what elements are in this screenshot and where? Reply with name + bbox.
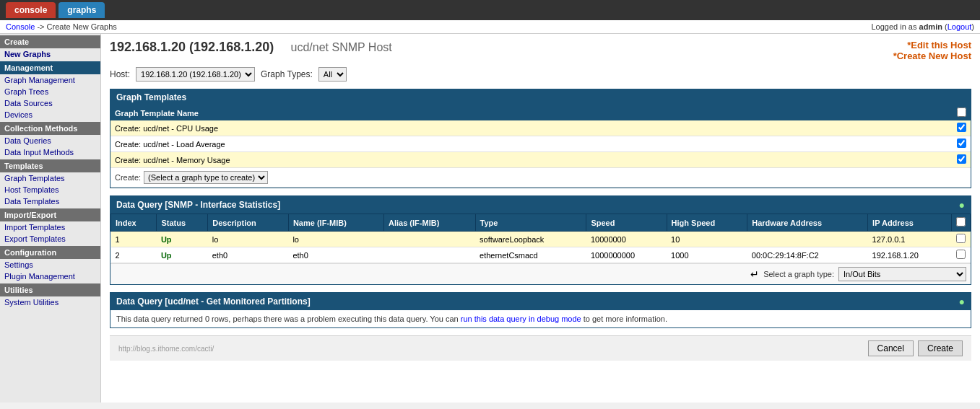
dq-row-1-checkbox[interactable] bbox=[956, 234, 966, 243]
logged-in-user: admin bbox=[919, 22, 942, 31]
status-url: http://blog.s.ithome.com/cacti/ bbox=[118, 345, 864, 353]
select-all-graph-templates-checkbox[interactable] bbox=[957, 107, 966, 117]
host-label: Host: bbox=[110, 69, 130, 79]
logged-in-info: Logged in as admin (Logout) bbox=[871, 22, 974, 31]
sidebar-section-utilities: Utilities bbox=[0, 283, 100, 296]
col-high-speed: High Speed bbox=[667, 214, 747, 232]
breadcrumb-current: Create New Graphs bbox=[47, 22, 117, 31]
host-select[interactable]: 192.168.1.20 (192.168.1.20) bbox=[136, 67, 255, 82]
sidebar-item-data-queries[interactable]: Data Queries bbox=[0, 135, 100, 146]
col-ip-address: IP Address bbox=[868, 214, 952, 232]
page-title: 192.168.1.20 (192.168.1.20) bbox=[110, 40, 274, 54]
create-select-row: Create: (Select a graph type to create) bbox=[110, 168, 971, 188]
dq-row-2-alias bbox=[384, 247, 476, 263]
col-alias: Alias (IF-MIB) bbox=[384, 214, 476, 232]
breadcrumb-bar: Console -> Create New Graphs Logged in a… bbox=[0, 20, 980, 34]
sidebar-item-graph-trees[interactable]: Graph Trees bbox=[0, 86, 100, 97]
dq-row-2-index: 2 bbox=[111, 247, 157, 263]
create-new-host-link[interactable]: *Create New Host bbox=[893, 50, 971, 61]
graph-template-row-3-checkbox[interactable] bbox=[957, 154, 966, 164]
bottom-action-bar: http://blog.s.ithome.com/cacti/ Cancel C… bbox=[110, 335, 971, 361]
data-query-partitions-section: Data Query [ucd/net - Get Monitored Part… bbox=[110, 292, 971, 328]
sidebar-item-new-graphs[interactable]: New Graphs bbox=[0, 48, 100, 60]
select-all-dq-checkbox[interactable] bbox=[956, 217, 966, 227]
graph-template-row-2-checkbox[interactable] bbox=[957, 138, 966, 148]
sidebar-section-management: Management bbox=[0, 61, 100, 74]
graph-template-row-1-label: Create: ucd/net - CPU Usage bbox=[110, 120, 953, 136]
dq-debug-link[interactable]: run this data query in debug mode bbox=[461, 315, 581, 323]
graph-types-label: Graph Types: bbox=[261, 69, 313, 79]
graph-template-row-3-label: Create: ucd/net - Memory Usage bbox=[110, 152, 953, 168]
dq-row-2-ip: 192.168.1.20 bbox=[868, 247, 952, 263]
sidebar-item-graph-management[interactable]: Graph Management bbox=[0, 74, 100, 86]
col-type: Type bbox=[475, 214, 586, 232]
graph-templates-header: Graph Templates bbox=[110, 89, 971, 105]
dq-row-1-ip: 127.0.0.1 bbox=[868, 232, 952, 247]
graph-template-row-2-label: Create: ucd/net - Load Average bbox=[110, 136, 953, 152]
sidebar-section-import-export: Import/Export bbox=[0, 208, 100, 221]
tab-console[interactable]: console bbox=[6, 2, 56, 18]
dq-row-2-status: Up bbox=[157, 247, 208, 263]
dq-row-2-checkbox[interactable] bbox=[956, 250, 966, 259]
sidebar-item-import-templates[interactable]: Import Templates bbox=[0, 221, 100, 233]
sidebar-item-settings[interactable]: Settings bbox=[0, 259, 100, 271]
dq-row-2-speed: 1000000000 bbox=[586, 247, 667, 263]
sidebar-section-configuration: Configuration bbox=[0, 246, 100, 259]
dq-row-1-alias bbox=[384, 232, 476, 247]
dq-partitions-message: This data query returned 0 rows, perhaps… bbox=[110, 310, 971, 327]
sidebar-item-host-templates[interactable]: Host Templates bbox=[0, 184, 100, 195]
data-query-partitions-header: Data Query [ucd/net - Get Monitored Part… bbox=[110, 293, 971, 310]
col-status: Status bbox=[157, 214, 208, 232]
col-hw-address: Hardware Address bbox=[747, 214, 868, 232]
table-row: Create: ucd/net - Memory Usage bbox=[110, 152, 971, 168]
logout-link[interactable]: Logout bbox=[948, 22, 972, 31]
sidebar-item-data-sources[interactable]: Data Sources bbox=[0, 97, 100, 109]
dq-row-2-hw-address: 00:0C:29:14:8F:C2 bbox=[747, 247, 868, 263]
table-row: 1 Up lo lo softwareLoopback 10000000 10 … bbox=[111, 232, 971, 247]
refresh-icon-2[interactable]: ● bbox=[959, 296, 965, 307]
sidebar-item-data-templates[interactable]: Data Templates bbox=[0, 195, 100, 207]
host-selector-row: Host: 192.168.1.20 (192.168.1.20) Graph … bbox=[110, 67, 971, 82]
tab-graphs[interactable]: graphs bbox=[58, 2, 105, 18]
refresh-icon[interactable]: ● bbox=[959, 199, 965, 211]
graph-types-select[interactable]: All bbox=[318, 67, 347, 82]
dq-row-1-speed: 10000000 bbox=[586, 232, 667, 247]
breadcrumb-console-link[interactable]: Console bbox=[6, 22, 35, 31]
sidebar-section-create: Create bbox=[0, 35, 100, 48]
col-description: Description bbox=[208, 214, 289, 232]
sidebar-item-export-templates[interactable]: Export Templates bbox=[0, 233, 100, 245]
create-button[interactable]: Create bbox=[918, 340, 963, 356]
graph-template-row-1-checkbox[interactable] bbox=[957, 123, 966, 132]
dq-row-2-name: eth0 bbox=[288, 247, 383, 263]
dq-row-1-type: softwareLoopback bbox=[475, 232, 586, 247]
sidebar-item-plugin-management[interactable]: Plugin Management bbox=[0, 271, 100, 282]
dq-row-2-description: eth0 bbox=[208, 247, 289, 263]
sidebar: Create New Graphs Management Graph Manag… bbox=[0, 34, 101, 403]
dq-row-1-index: 1 bbox=[111, 232, 157, 247]
sidebar-item-system-utilities[interactable]: System Utilities bbox=[0, 296, 100, 308]
graph-templates-section: Graph Templates Graph Template Name Crea… bbox=[110, 89, 971, 188]
host-type-label: ucd/net SNMP Host bbox=[291, 41, 392, 53]
cancel-button[interactable]: Cancel bbox=[868, 340, 914, 356]
breadcrumb: Console -> Create New Graphs bbox=[6, 22, 117, 31]
dq-row-1-description: lo bbox=[208, 232, 289, 247]
table-row: 2 Up eth0 eth0 ethernetCsmacd 1000000000… bbox=[111, 247, 971, 263]
data-query-snmp-table: Index Status Description Name (IF-MIB) A… bbox=[110, 214, 971, 263]
col-speed: Speed bbox=[586, 214, 667, 232]
sidebar-section-templates: Templates bbox=[0, 159, 100, 172]
sidebar-item-graph-templates[interactable]: Graph Templates bbox=[0, 172, 100, 184]
select-graph-type-label: Select a graph type: bbox=[763, 270, 834, 278]
dq-row-1-high-speed: 10 bbox=[667, 232, 747, 247]
dq-row-2-type: ethernetCsmacd bbox=[475, 247, 586, 263]
content-area: 192.168.1.20 (192.168.1.20) ucd/net SNMP… bbox=[101, 34, 980, 403]
edit-host-link[interactable]: *Edit this Host bbox=[893, 40, 971, 50]
data-query-snmp-section: Data Query [SNMP - Interface Statistics]… bbox=[110, 195, 971, 285]
col-index: Index bbox=[111, 214, 157, 232]
select-graph-type-select[interactable]: In/Out Bits In/Out Bits with 95th Percen… bbox=[838, 267, 966, 281]
create-graph-type-select[interactable]: (Select a graph type to create) bbox=[144, 171, 268, 184]
sidebar-item-data-input-methods[interactable]: Data Input Methods bbox=[0, 146, 100, 158]
dq-row-2-high-speed: 1000 bbox=[667, 247, 747, 263]
host-actions: *Edit this Host *Create New Host bbox=[893, 40, 971, 61]
sidebar-item-devices[interactable]: Devices bbox=[0, 109, 100, 120]
data-query-snmp-header: Data Query [SNMP - Interface Statistics]… bbox=[110, 196, 971, 214]
